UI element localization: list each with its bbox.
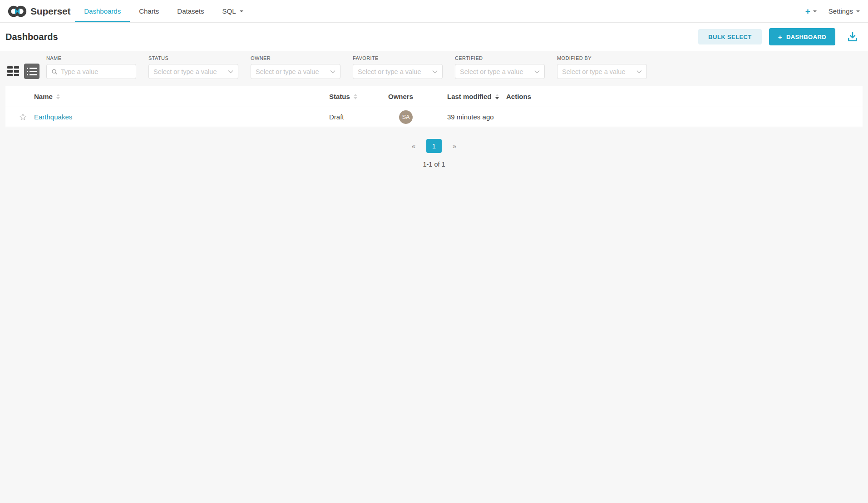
new-dashboard-button[interactable]: + DASHBOARD (769, 28, 835, 45)
new-dashboard-label: DASHBOARD (786, 34, 826, 40)
column-header-actions: Actions (506, 93, 863, 100)
last-modified-cell: 39 minutes ago (447, 113, 506, 121)
filter-label: STATUS (148, 55, 238, 61)
nav-tab-charts[interactable]: Charts (130, 0, 168, 22)
filter-bar: NAME STATUS Select or type a value OWNER… (0, 51, 868, 86)
select-placeholder: Select or type a value (562, 68, 634, 75)
column-header-name[interactable]: Name (34, 93, 329, 100)
select-placeholder: Select or type a value (153, 68, 225, 75)
select-placeholder: Select or type a value (256, 68, 327, 75)
view-mode-toggles (7, 64, 39, 79)
pager: « 1 » (410, 139, 459, 153)
settings-menu-button[interactable]: Settings (829, 7, 860, 15)
favorite-filter-select[interactable]: Select or type a value (353, 64, 443, 79)
brand-name: Superset (30, 6, 70, 17)
filter-group-certified: CERTIFIED Select or type a value (455, 55, 545, 79)
superset-infinity-icon (7, 5, 28, 18)
chevron-down-icon (534, 70, 540, 74)
table-row: Earthquakes Draft SA 39 minutes ago (5, 107, 863, 127)
column-header-status[interactable]: Status (329, 93, 388, 100)
nav-tab-sql[interactable]: SQL (213, 0, 252, 22)
name-search-field (46, 64, 136, 79)
import-dashboards-button[interactable] (846, 31, 859, 43)
new-item-menu-button[interactable]: + (805, 7, 817, 15)
settings-label: Settings (829, 7, 853, 15)
chevron-down-icon (330, 70, 335, 74)
header-actions: BULK SELECT + DASHBOARD (698, 28, 859, 45)
dashboard-name-cell: Earthquakes (34, 113, 329, 121)
column-label: Owners (388, 93, 413, 100)
pagination: « 1 » 1-1 of 1 (0, 127, 868, 168)
filter-label: MODIFIED BY (557, 55, 647, 61)
filter-label: NAME (46, 55, 136, 61)
nav-tab-label: Dashboards (84, 7, 121, 15)
status-filter-select[interactable]: Select or type a value (148, 64, 238, 79)
filter-label: CERTIFIED (455, 55, 545, 61)
nav-tab-datasets[interactable]: Datasets (168, 0, 213, 22)
column-header-owners: Owners (388, 93, 447, 100)
page-title: Dashboards (5, 32, 58, 42)
chevron-down-icon (432, 70, 438, 74)
page-header: Dashboards BULK SELECT + DASHBOARD (0, 23, 868, 51)
chevron-down-icon (228, 70, 233, 74)
favorite-cell (5, 113, 34, 121)
owner-filter-select[interactable]: Select or type a value (251, 64, 340, 79)
filter-group-owner: OWNER Select or type a value (251, 55, 340, 79)
chevron-down-icon (636, 70, 642, 74)
download-icon (846, 31, 859, 43)
nav-tab-label: SQL (222, 7, 236, 15)
sort-icon (56, 94, 60, 99)
plus-icon: + (805, 7, 810, 15)
certified-filter-select[interactable]: Select or type a value (455, 64, 545, 79)
select-placeholder: Select or type a value (358, 68, 429, 75)
owner-avatar: SA (399, 110, 413, 124)
chevron-down-icon (240, 10, 243, 12)
modified-by-filter-select[interactable]: Select or type a value (557, 64, 647, 79)
status-cell: Draft (329, 113, 388, 121)
chevron-down-icon (856, 10, 860, 12)
navbar: Superset Dashboards Charts Datasets SQL … (0, 0, 868, 23)
navbar-right: + Settings (805, 0, 868, 22)
name-filter-input[interactable] (61, 68, 131, 75)
column-label: Status (329, 93, 350, 100)
card-view-icon[interactable] (7, 66, 20, 77)
column-label: Actions (506, 93, 531, 100)
dashboard-name-link[interactable]: Earthquakes (34, 113, 72, 121)
sort-desc-icon (495, 94, 499, 99)
page-1-button[interactable]: 1 (426, 139, 442, 153)
filter-group-status: STATUS Select or type a value (148, 55, 238, 79)
filter-group-modified-by: MODIFIED BY Select or type a value (557, 55, 647, 79)
nav-tab-label: Datasets (177, 7, 204, 15)
list-view-icon[interactable] (24, 64, 39, 79)
bulk-select-button[interactable]: BULK SELECT (698, 29, 761, 44)
nav-tab-dashboards[interactable]: Dashboards (75, 0, 130, 22)
next-page-button[interactable]: » (451, 141, 458, 151)
favorite-star-icon[interactable] (19, 113, 27, 121)
column-header-last-modified[interactable]: Last modified (447, 93, 506, 100)
main-nav: Dashboards Charts Datasets SQL (75, 0, 252, 22)
dashboards-table: Name Status Owners Last modified Actions (5, 86, 863, 127)
pagination-summary: 1-1 of 1 (423, 161, 445, 168)
sort-icon (354, 94, 357, 99)
previous-page-button[interactable]: « (410, 141, 417, 151)
chevron-down-icon (813, 10, 817, 12)
nav-tab-label: Charts (139, 7, 159, 15)
select-placeholder: Select or type a value (460, 68, 532, 75)
plus-icon: + (778, 33, 782, 41)
owners-cell: SA (388, 110, 447, 124)
filter-label: OWNER (251, 55, 340, 61)
column-label: Last modified (447, 93, 492, 100)
filter-label: FAVORITE (353, 55, 443, 61)
search-icon (51, 69, 58, 75)
filter-group-favorite: FAVORITE Select or type a value (353, 55, 443, 79)
filter-group-name: NAME (46, 55, 136, 79)
superset-logo[interactable]: Superset (7, 0, 70, 22)
column-label: Name (34, 93, 53, 100)
table-header-row: Name Status Owners Last modified Actions (5, 86, 863, 107)
